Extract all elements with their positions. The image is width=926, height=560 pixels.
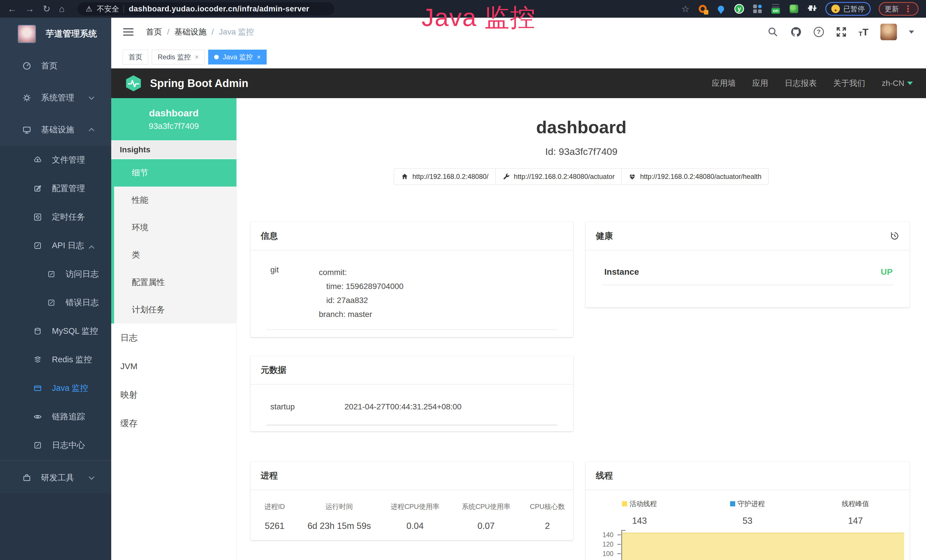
instance-id: 93a3fc7f7409 xyxy=(149,121,199,131)
process-table-header: 进程ID 运行时间 进程CPU使用率 系统CPU使用率 CPU核心数 xyxy=(250,502,573,511)
close-tab-icon[interactable]: × xyxy=(257,53,261,61)
bookmark-star-icon[interactable]: ☆ xyxy=(681,4,690,14)
edit-square-icon xyxy=(45,298,57,307)
sidebar-item-config-manage[interactable]: 配置管理 xyxy=(0,174,111,203)
threads-chart: 活动线程 143 守护进程 53 线程峰值 147 140 120 xyxy=(586,490,910,560)
sidebar-item-label: 链路追踪 xyxy=(52,411,85,422)
legend-live-threads: 活动线程 143 xyxy=(586,499,694,526)
github-icon[interactable] xyxy=(790,26,802,38)
user-menu-caret-icon[interactable] xyxy=(909,30,914,34)
cloud-upload-icon xyxy=(31,156,44,165)
sidebar-item-dev-tools[interactable]: 研发工具 xyxy=(0,462,111,494)
extension-on-icon[interactable]: on xyxy=(770,4,781,14)
health-url-button[interactable]: http://192.168.0.2:48080/actuator/health xyxy=(622,168,769,185)
breadcrumb-current: Java 监控 xyxy=(219,27,254,37)
sba-side-item-logs[interactable]: 日志 xyxy=(111,324,236,352)
sidebar-item-scheduled-jobs[interactable]: 定时任务 xyxy=(0,203,111,232)
info-card-title: 信息 xyxy=(250,222,573,250)
sba-side-item-config-props[interactable]: 配置属性 xyxy=(114,269,236,296)
edit-square-icon xyxy=(45,270,57,278)
breadcrumb-infra[interactable]: 基础设施 xyxy=(174,27,206,37)
extension-pin-icon[interactable] xyxy=(716,4,726,14)
sba-header: Spring Boot Admin 应用墙 应用 日志报表 关于我们 zh-CN xyxy=(111,68,926,98)
sba-locale-select[interactable]: zh-CN xyxy=(882,79,913,88)
tab-home[interactable]: 首页 xyxy=(123,50,148,65)
font-size-icon[interactable]: TT xyxy=(859,27,869,38)
tab-java-monitor[interactable]: Java 监控 × xyxy=(208,50,267,65)
sba-side-item-details[interactable]: 细节 xyxy=(114,159,236,186)
sba-nav-wallboard[interactable]: 应用墙 xyxy=(712,78,736,89)
extension-grid-icon[interactable] xyxy=(752,4,763,14)
sidebar-item-java-monitor[interactable]: Java 监控 xyxy=(0,374,111,403)
tab-redis-monitor[interactable]: Redis 监控 × xyxy=(152,50,205,65)
daemon-threads-swatch xyxy=(730,501,735,506)
breadcrumb-home[interactable]: 首页 xyxy=(146,27,162,37)
sidebar-item-error-log[interactable]: 错误日志 xyxy=(0,288,111,317)
divider xyxy=(266,329,557,330)
url-text[interactable]: dashboard.yudao.iocoder.cn/infra/admin-s… xyxy=(129,5,309,14)
extension-orange-ring-icon[interactable] xyxy=(698,4,708,14)
app-logo-row[interactable]: 芋道管理系统 xyxy=(0,18,111,50)
history-icon[interactable] xyxy=(890,231,899,241)
sidebar-item-tracing[interactable]: 链路追踪 xyxy=(0,403,111,431)
sba-nav-about[interactable]: 关于我们 xyxy=(833,78,865,89)
legend-peak-threads: 线程峰值 147 xyxy=(801,499,909,526)
actuator-url-button[interactable]: http://192.168.0.2:48080/actuator xyxy=(495,168,622,185)
extension-y-icon[interactable]: y xyxy=(734,4,744,14)
user-avatar[interactable] xyxy=(881,24,897,40)
sba-side-item-jvm[interactable]: JVM xyxy=(111,352,236,381)
paused-badge[interactable]: 已暂停 xyxy=(825,2,871,16)
update-button[interactable]: 更新 ⋮ xyxy=(879,2,918,16)
extensions-puzzle-icon[interactable] xyxy=(807,4,817,14)
search-icon[interactable] xyxy=(767,27,778,37)
sba-side-item-environment[interactable]: 环境 xyxy=(114,214,236,241)
health-card: 健康 Instance UP xyxy=(586,222,910,307)
browser-home-icon[interactable]: ⌂ xyxy=(59,4,65,14)
address-bar[interactable]: ⚠ 不安全 dashboard.yudao.iocoder.cn/infra/a… xyxy=(77,2,334,15)
sba-side-item-classes[interactable]: 类 xyxy=(114,241,236,269)
sidebar-item-access-log[interactable]: 访问日志 xyxy=(0,260,111,288)
app-logo xyxy=(18,25,36,43)
sidebar-item-redis-monitor[interactable]: Redis 监控 xyxy=(0,345,111,374)
service-url-button[interactable]: http://192.168.0.2:48080/ xyxy=(394,168,496,185)
database-icon xyxy=(31,327,44,336)
instance-header[interactable]: dashboard 93a3fc7f7409 xyxy=(111,98,236,140)
home-link-icon xyxy=(401,173,409,180)
sidebar-item-log-center[interactable]: 日志中心 xyxy=(0,431,111,460)
job-history-icon xyxy=(31,212,44,222)
sba-nav-journal[interactable]: 日志报表 xyxy=(785,78,817,89)
back-icon[interactable]: ← xyxy=(8,4,17,14)
sba-side-item-mappings[interactable]: 映射 xyxy=(111,381,236,409)
active-tab-dot xyxy=(214,55,219,59)
chevron-down-icon xyxy=(89,94,94,100)
sidebar-item-file-manage[interactable]: 文件管理 xyxy=(0,146,111,174)
sba-side-item-caches[interactable]: 缓存 xyxy=(111,409,236,437)
layers-icon xyxy=(31,355,44,364)
sidebar-item-system[interactable]: 系统管理 xyxy=(0,82,111,114)
sidebar-item-home[interactable]: 首页 xyxy=(0,50,111,82)
java-monitor-icon xyxy=(31,384,44,393)
sba-side-item-scheduled-tasks[interactable]: 计划任务 xyxy=(114,296,236,324)
fullscreen-icon[interactable] xyxy=(836,27,847,37)
metadata-card-title: 元数据 xyxy=(250,356,573,384)
forward-icon[interactable]: → xyxy=(25,4,34,14)
insights-group-label: Insights xyxy=(111,140,236,159)
sidebar-item-api-log[interactable]: API 日志 xyxy=(0,232,111,260)
info-key: git xyxy=(270,265,319,321)
sba-nav-applications[interactable]: 应用 xyxy=(752,78,768,89)
sba-side-item-metrics[interactable]: 性能 xyxy=(114,186,236,214)
sidebar-item-label: 错误日志 xyxy=(66,297,99,309)
close-tab-icon[interactable]: × xyxy=(195,53,199,61)
sidebar-item-mysql-monitor[interactable]: MySQL 监控 xyxy=(0,317,111,345)
metadata-card: 元数据 startup 2021-04-27T00:44:31.254+08:0… xyxy=(250,356,573,431)
collapse-sidebar-icon[interactable] xyxy=(123,28,133,36)
sidebar-item-infra[interactable]: 基础设施 xyxy=(0,114,111,146)
browser-menu-icon[interactable]: ⋮ xyxy=(903,4,912,14)
legend-daemon-threads: 守护进程 53 xyxy=(694,499,802,526)
reload-icon[interactable]: ↻ xyxy=(43,4,50,14)
sidebar-item-label: 访问日志 xyxy=(66,268,99,280)
help-icon[interactable]: ? xyxy=(814,27,824,37)
live-threads-area xyxy=(622,533,904,560)
extension-sprout-icon[interactable] xyxy=(789,4,799,14)
breadcrumb-separator: / xyxy=(212,27,214,36)
